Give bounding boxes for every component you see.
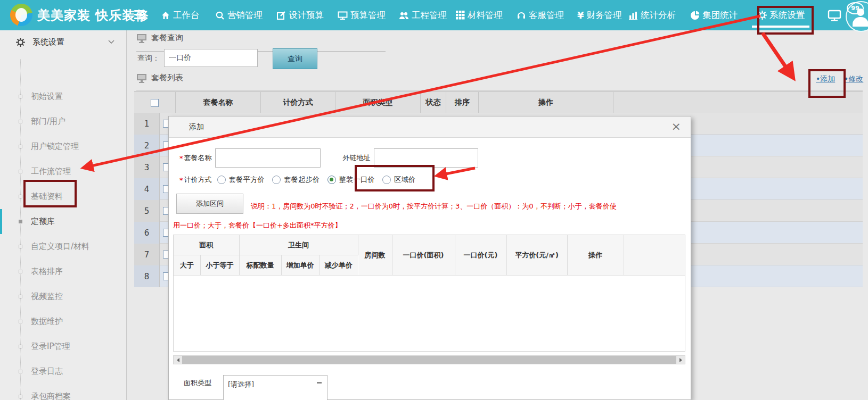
column-sqm-price: 平方价(元/㎡) (506, 235, 567, 276)
column-standard-qty: 标配数量 (239, 255, 281, 276)
edit-link[interactable]: •修改 (844, 74, 863, 84)
chevron-down-icon (108, 40, 114, 44)
edit-icon (276, 11, 286, 20)
package-table-header: 套餐名称 计价方式 面积类型 状态 排序 操作 (134, 91, 863, 114)
group-header-area: 面积 (174, 235, 239, 255)
sidebar-item-data-maintenance[interactable]: 数据维护 (0, 309, 126, 334)
dialog-title: 添加 (189, 122, 204, 132)
scroll-right-button[interactable] (676, 356, 685, 364)
brand-logo-icon (10, 4, 32, 26)
sidebar-item-initial-settings[interactable]: 初始设置 (0, 84, 126, 109)
home-icon (161, 11, 170, 20)
hamburger-menu-icon[interactable] (134, 10, 145, 20)
column-actions: 操作 (567, 235, 624, 276)
add-range-button[interactable]: 添加区间 (176, 194, 243, 214)
marketing-icon (215, 11, 225, 20)
column-reduce-unit-price: 减少单价 (319, 255, 358, 276)
column-less-equal: 小于等于 (200, 255, 239, 276)
nav-item-group-stats[interactable]: 集团统计 (690, 0, 738, 30)
sidebar-item-workflow[interactable]: 工作流管理 (0, 159, 126, 184)
navbar-monitor-icon[interactable] (828, 9, 841, 23)
monitor-icon (136, 73, 147, 83)
app-window: 美美家装 快乐装修 工作台 营销管理 设计预算 预算管理 工程管理 材料管理 (0, 0, 868, 400)
gear-icon (16, 38, 25, 47)
nav-item-material[interactable]: 材料管理 (456, 0, 503, 30)
column-add-unit-price: 增加单价 (281, 255, 319, 276)
sidebar-item-contractor-archive[interactable]: 承包商档案 (0, 384, 126, 400)
radio-package-sqm-price[interactable] (217, 176, 226, 184)
query-label: 查询： (137, 54, 160, 63)
group-header-bathroom: 卫生间 (239, 235, 358, 255)
sidebar-header-system-settings[interactable]: 系统设置 (0, 30, 126, 54)
price-range-table: 面积 卫生间 房间数 一口价(面积) 一口价(元) 平方价(元/㎡) 操作 大于… (173, 235, 685, 352)
monitor-icon (136, 34, 147, 43)
package-name-label: 套餐名称 (184, 153, 212, 163)
bar-chart-icon (628, 11, 638, 20)
sidebar-item-quota-library[interactable]: 定额库 (0, 209, 126, 234)
section-title-package-query: 套餐查询 (136, 33, 183, 43)
package-name-input[interactable] (215, 148, 321, 168)
nav-item-finance[interactable]: ¥ 财务管理 (577, 0, 622, 30)
nav-item-design-budget[interactable]: 设计预算 (276, 0, 324, 30)
area-type-select[interactable]: [请选择] (223, 375, 327, 400)
column-greater-than: 大于 (174, 255, 200, 276)
query-input[interactable] (164, 49, 258, 67)
nav-item-marketing[interactable]: 营销管理 (215, 0, 263, 30)
column-actions: 操作 (479, 92, 613, 113)
brand-title: 美美家装 快乐装修 (37, 7, 149, 24)
sidebar-item-login-ip[interactable]: 登录IP管理 (0, 334, 126, 359)
sidebar-item-custom-items-materials[interactable]: 自定义项目/材料 (0, 234, 126, 259)
select-caret-icon (317, 382, 322, 384)
headset-icon (517, 11, 526, 20)
scrollbar-thumb[interactable] (182, 356, 676, 364)
radio-package-base-price[interactable] (272, 176, 281, 184)
column-area-type: 面积类型 (335, 92, 421, 113)
section-title-package-list: 套餐列表 (136, 73, 183, 83)
pricing-method-row: * 计价方式 套餐平方价 套餐起步价 整装一口价 区域价 (179, 175, 423, 185)
sidebar-item-basic-data[interactable]: 基础资料 (0, 184, 126, 209)
radio-whole-fixed-price[interactable] (327, 176, 336, 184)
external-link-input[interactable] (374, 148, 478, 168)
yen-icon: ¥ (577, 10, 584, 21)
sidebar-header-label: 系统设置 (32, 37, 64, 47)
sidebar-item-departments-users[interactable]: 部门/用户 (0, 109, 126, 134)
column-room-count: 房间数 (358, 235, 392, 276)
pricing-method-label: 计价方式 (184, 175, 212, 185)
column-sort: 排序 (446, 92, 479, 113)
sidebar-item-login-log[interactable]: 登录日志 (0, 359, 126, 384)
external-link-label: 外链地址 (343, 153, 371, 163)
query-button[interactable]: 查询 (273, 48, 317, 69)
column-pricing-method: 计价方式 (261, 92, 335, 113)
scroll-left-button[interactable] (174, 356, 182, 364)
sidebar-item-video-monitor[interactable]: 视频监控 (0, 284, 126, 309)
top-navbar: 美美家装 快乐装修 工作台 营销管理 设计预算 预算管理 工程管理 材料管理 (0, 0, 868, 30)
nav-item-stats[interactable]: 统计分析 (628, 0, 676, 30)
divider (136, 90, 863, 90)
active-nav-underline (752, 26, 809, 28)
area-type-label: 面积类型 (184, 378, 211, 388)
horizontal-scrollbar[interactable] (173, 355, 685, 364)
users-icon (399, 11, 409, 20)
radio-zone-price[interactable] (382, 176, 391, 184)
header-checkbox-cell (134, 92, 176, 113)
add-link[interactable]: •添加 (816, 74, 835, 84)
select-all-checkbox[interactable] (151, 99, 159, 107)
nav-item-customer-service[interactable]: 客服管理 (517, 0, 564, 30)
nav-item-budget[interactable]: 预算管理 (338, 0, 386, 30)
nav-item-engineering[interactable]: 工程管理 (399, 0, 447, 30)
grid-icon (456, 11, 465, 20)
note-line-2: 用一口价；大于，套餐价【一口价+多出面积*平方价】 (173, 221, 341, 230)
annotation-arrow-to-add-link (763, 33, 792, 77)
sidebar-item-table-sort[interactable]: 表格排序 (0, 259, 126, 284)
nav-item-workbench[interactable]: 工作台 (161, 0, 200, 30)
add-package-dialog: 添加 × * 套餐名称 外链地址 * 计价方式 套餐平方价 套餐起步价 整装一口… (168, 116, 691, 400)
column-status: 状态 (421, 92, 446, 113)
sidebar-item-user-lock[interactable]: 用户锁定管理 (0, 134, 126, 159)
pie-chart-icon (690, 11, 700, 20)
column-fixed-price-yuan: 一口价(元) (455, 235, 506, 276)
dialog-titlebar: 添加 × (169, 116, 691, 138)
notification-count-badge: 99 (847, 2, 864, 14)
sidebar: 系统设置 初始设置 部门/用户 用户锁定管理 工作流管理 基础资料 定额库 自定… (0, 30, 127, 400)
column-package-name: 套餐名称 (176, 92, 261, 113)
close-icon[interactable]: × (672, 120, 681, 134)
